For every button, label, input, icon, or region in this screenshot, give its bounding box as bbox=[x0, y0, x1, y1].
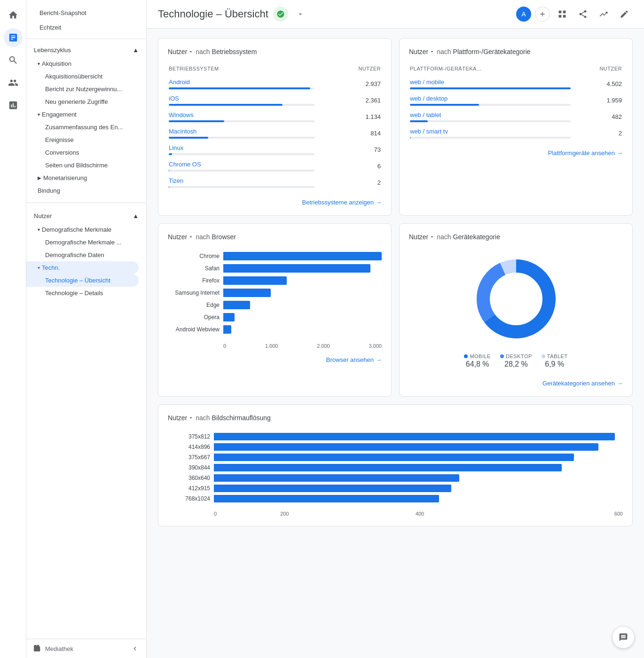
mediathek-item[interactable]: Mediathek bbox=[34, 645, 73, 652]
sidebar-item-seiten[interactable]: Seiten und Bildschirme bbox=[26, 159, 146, 172]
platform-users-header: NUTZER bbox=[572, 64, 622, 75]
resolution-bar bbox=[214, 474, 459, 482]
platform-col-header: PLATTFORM-/GERÄTEKA... bbox=[410, 64, 571, 75]
card-resolution-metric[interactable]: Nutzer bbox=[168, 414, 194, 422]
browser-bar bbox=[223, 313, 235, 321]
lebenszyklus-header[interactable]: Lebenszyklus ▲ bbox=[26, 43, 146, 57]
platform-value: 4.502 bbox=[572, 76, 622, 92]
legend-dot bbox=[542, 354, 545, 358]
os-col-header: BETRIEBSSYSTEM bbox=[169, 64, 314, 75]
reports-icon-btn[interactable] bbox=[4, 96, 23, 115]
demografische-header[interactable]: ▾ Demografische Merkmale bbox=[26, 223, 146, 236]
sidebar-item-bindung[interactable]: Bindung bbox=[26, 184, 146, 197]
os-name: Tizen bbox=[169, 175, 314, 190]
os-value: 73 bbox=[315, 142, 381, 157]
nutzer-header[interactable]: Nutzer ▲ bbox=[26, 209, 146, 223]
os-table: BETRIEBSSYSTEM NUTZER Android 2.937 iOS … bbox=[168, 63, 382, 191]
browser-bar bbox=[223, 325, 231, 334]
table-row: iOS 2.361 bbox=[169, 93, 381, 108]
card-browser: Nutzer nach Browser Chrome Safari Firefo… bbox=[158, 223, 392, 397]
resolution-row: 412x915 bbox=[168, 485, 623, 492]
sidebar-item-nutzergewinnung[interactable]: Bericht zur Nutzergewinnu... bbox=[26, 83, 146, 95]
resolution-bar-container bbox=[214, 495, 623, 502]
os-link[interactable]: Betriebssysteme anzeigen → bbox=[168, 199, 382, 206]
platform-link[interactable]: Plattformgeräte ansehen → bbox=[409, 149, 623, 157]
mediathek-icon bbox=[34, 645, 41, 652]
os-users-header: NUTZER bbox=[315, 64, 381, 75]
audience-icon-btn[interactable] bbox=[4, 73, 23, 92]
add-button[interactable] bbox=[535, 7, 550, 22]
sidebar-item-neue-zugriffe[interactable]: Neu generierte Zugriffe bbox=[26, 95, 146, 108]
browser-label: Firefox bbox=[168, 277, 220, 284]
browser-row: Samsung Internet bbox=[168, 289, 382, 297]
sidebar-item-demografische-merkmale[interactable]: Demografische Merkmale ... bbox=[26, 236, 146, 249]
browser-bar-container bbox=[223, 252, 382, 260]
sidebar-echtzeit[interactable]: Echtzeit bbox=[34, 20, 139, 35]
card-os-metric[interactable]: Nutzer bbox=[168, 48, 194, 55]
donut-chart-container: MOBILE 64,8 % DESKTOP 28,2 % TABLET 6,9 … bbox=[409, 248, 623, 372]
card-os-dimension: Betriebssystem bbox=[212, 48, 257, 55]
analytics-icon-btn[interactable] bbox=[4, 28, 23, 47]
sidebar-item-technologie-details[interactable]: Technologie – Details bbox=[26, 287, 146, 299]
engagement-expand-icon: ▾ bbox=[38, 112, 40, 117]
device-link[interactable]: Gerätekategorien ansehen → bbox=[409, 380, 623, 387]
os-name: Macintosh bbox=[169, 125, 314, 141]
sidebar-item-akquisitionsubersicht[interactable]: Akquisitionsübersicht bbox=[26, 70, 146, 83]
row-3: Nutzer nach Bildschirmauflösung 375x812 … bbox=[158, 404, 633, 526]
legend-label: MOBILE bbox=[464, 353, 491, 359]
trend-icon-btn[interactable] bbox=[595, 6, 612, 23]
platform-value: 1.959 bbox=[572, 93, 622, 108]
sidebar-bericht-snapshot[interactable]: Bericht-Snapshot bbox=[34, 6, 139, 20]
resolution-label: 375x667 bbox=[168, 454, 210, 461]
browser-label: Samsung Internet bbox=[168, 290, 220, 296]
status-badge bbox=[273, 7, 288, 22]
legend-value: 6,9 % bbox=[545, 360, 564, 368]
user-avatar[interactable]: A bbox=[516, 7, 531, 22]
card-browser-metric[interactable]: Nutzer bbox=[168, 233, 194, 241]
browser-bar bbox=[223, 289, 271, 297]
grid-icon-btn[interactable] bbox=[554, 6, 571, 23]
card-resolution-nach: nach bbox=[196, 414, 210, 422]
sidebar-item-demografische-daten[interactable]: Demografische Daten bbox=[26, 249, 146, 261]
resolution-chart: 375x812 414x896 375x667 390x844 360x640 … bbox=[168, 429, 623, 509]
edit-icon-btn[interactable] bbox=[616, 6, 633, 23]
title-dropdown[interactable] bbox=[293, 8, 308, 20]
sidebar-item-technologie-ubersicht[interactable]: Technologie – Übersicht bbox=[26, 274, 139, 287]
engagement-header[interactable]: ▾ Engagement bbox=[26, 108, 146, 121]
sidebar: Bericht-Snapshot Echtzeit Lebenszyklus ▲… bbox=[26, 0, 147, 658]
legend-item: TABLET 6,9 % bbox=[542, 353, 568, 368]
home-icon-btn[interactable] bbox=[4, 6, 23, 24]
resolution-x-axis: 0 200 400 600 bbox=[214, 511, 623, 517]
sidebar-item-ereignisse[interactable]: Ereignisse bbox=[26, 133, 146, 146]
sidebar-item-engagement-zusammenfassung[interactable]: Zusammenfassung des En... bbox=[26, 121, 146, 133]
resolution-bar-container bbox=[214, 433, 623, 440]
browser-label: Safari bbox=[168, 265, 220, 272]
search-icon-btn[interactable] bbox=[4, 51, 23, 70]
browser-bar bbox=[223, 276, 287, 285]
akquisition-header[interactable]: ▾ Akquisition bbox=[26, 57, 146, 70]
card-device-nach: nach bbox=[437, 233, 451, 241]
collapse-sidebar-btn[interactable] bbox=[131, 645, 139, 652]
page-title: Technologie – Übersicht bbox=[158, 8, 268, 20]
resolution-bar-container bbox=[214, 474, 623, 482]
resolution-row: 375x667 bbox=[168, 454, 623, 461]
card-device-metric[interactable]: Nutzer bbox=[409, 233, 435, 241]
platform-name: web / mobile bbox=[410, 76, 571, 92]
akquisition-expand-icon: ▾ bbox=[38, 61, 40, 66]
sidebar-item-conversions[interactable]: Conversions bbox=[26, 146, 146, 159]
resolution-bar-container bbox=[214, 443, 623, 451]
card-platform-metric[interactable]: Nutzer bbox=[409, 48, 435, 55]
header: Technologie – Übersicht A bbox=[147, 0, 644, 29]
header-title-area: Technologie – Übersicht bbox=[158, 7, 308, 22]
feedback-button[interactable] bbox=[612, 626, 635, 649]
tech-header[interactable]: ▾ Techn. bbox=[26, 261, 139, 274]
resolution-bar-container bbox=[214, 464, 623, 471]
lebenszyklus-collapse-icon: ▲ bbox=[133, 47, 139, 54]
browser-row: Opera bbox=[168, 313, 382, 321]
resolution-row: 414x896 bbox=[168, 443, 623, 451]
share-icon-btn[interactable] bbox=[574, 6, 591, 23]
browser-link[interactable]: Browser ansehen → bbox=[168, 356, 382, 363]
monetarisierung-header[interactable]: ▶ Monetarisierung bbox=[26, 172, 146, 184]
resolution-row: 390x844 bbox=[168, 464, 623, 471]
legend-label: DESKTOP bbox=[500, 353, 532, 359]
